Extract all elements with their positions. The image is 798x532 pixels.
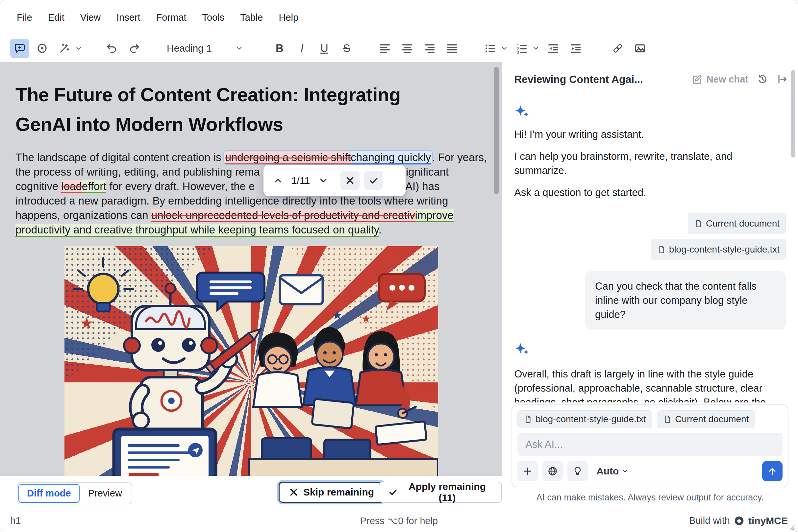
text-run: . For years, <box>432 151 487 164</box>
mode-select[interactable]: Auto <box>596 466 629 477</box>
lightbulb-icon <box>572 466 583 476</box>
ai-chat-bubble-icon <box>14 42 26 54</box>
document-title: The Future of Content Creation: Integrat… <box>16 80 487 139</box>
chat-messages: Hi! I’m your writing assistant. I can he… <box>502 96 798 402</box>
assistant-prompt: Ask a question to get started. <box>514 186 786 200</box>
apply-remaining-button[interactable]: Apply remaining (11) <box>378 482 502 503</box>
status-bar: h1 Press ⌥0 for help Build with tinyMCE <box>0 509 798 532</box>
document-title-line2: GenAI into Modern Workflows <box>16 110 487 139</box>
chevron-down-icon <box>621 468 629 475</box>
build-with-label: Build with <box>689 515 730 526</box>
numbered-list-button[interactable]: 1 2 3 <box>512 39 531 58</box>
chevron-down-icon <box>532 45 539 52</box>
italic-button[interactable]: I <box>293 39 312 58</box>
image-icon <box>634 42 646 54</box>
strikethrough-button[interactable]: S <box>337 39 356 58</box>
arrow-up-icon <box>767 466 778 476</box>
paragraph-line: cognitive loadeffort for every draft. Ho… <box>16 179 487 194</box>
bullet-list-caret[interactable] <box>500 39 509 58</box>
text-run: happens, organizations can <box>16 209 151 221</box>
ai-assistant-button[interactable] <box>10 39 29 58</box>
editor-content[interactable]: The Future of Content Creation: Integrat… <box>0 62 502 476</box>
inserted-text: changing quickly <box>351 151 431 165</box>
bullet-list-icon <box>484 42 496 54</box>
indent-icon <box>570 42 581 54</box>
menu-view[interactable]: View <box>72 8 109 27</box>
chat-history-button[interactable] <box>757 74 768 85</box>
resize-grip-icon[interactable] <box>788 523 795 530</box>
ai-shortcuts-caret[interactable] <box>74 39 83 58</box>
attachment-label: blog-content-style-guide.txt <box>536 414 646 424</box>
circle-dot-icon <box>36 42 48 54</box>
close-panel-button[interactable] <box>777 74 788 85</box>
attachment-chip[interactable]: blog-content-style-guide.txt <box>651 239 786 260</box>
undo-button[interactable] <box>102 39 122 58</box>
link-button[interactable] <box>608 39 627 58</box>
ai-shortcuts-split <box>55 39 83 58</box>
send-button[interactable] <box>762 461 782 481</box>
accept-change-button[interactable] <box>364 171 383 190</box>
outdent-button[interactable] <box>544 39 563 58</box>
diff-mode-button[interactable]: Diff mode <box>18 484 80 503</box>
preview-button[interactable]: Preview <box>80 484 131 503</box>
heading-select[interactable]: Heading 1 <box>163 39 247 58</box>
add-attachment-button[interactable] <box>517 461 538 481</box>
menu-format[interactable]: Format <box>148 8 194 27</box>
align-right-icon <box>424 42 435 54</box>
mode-label: Auto <box>596 466 619 477</box>
paragraph-line: introduced a new paradigm. By embedding … <box>16 194 487 208</box>
menu-table[interactable]: Table <box>232 8 271 27</box>
attachment-chip[interactable]: Current document <box>657 410 755 428</box>
menu-help[interactable]: Help <box>271 8 306 27</box>
text-run: for every draft. However, the e <box>106 180 255 192</box>
indent-button[interactable] <box>566 39 585 58</box>
menu-edit[interactable]: Edit <box>40 8 72 27</box>
inserted-text: productivity and creative throughput whi… <box>16 224 378 237</box>
align-center-button[interactable] <box>398 39 417 58</box>
align-right-button[interactable] <box>420 39 439 58</box>
previous-change-button[interactable] <box>271 173 285 188</box>
ai-shortcuts-button[interactable] <box>55 39 74 58</box>
justify-icon <box>446 42 458 54</box>
menu-insert[interactable]: Insert <box>109 8 148 27</box>
redo-button[interactable] <box>125 39 144 58</box>
menu-tools[interactable]: Tools <box>194 8 232 27</box>
document-icon <box>657 245 666 254</box>
svg-text:3: 3 <box>517 50 519 54</box>
underline-button[interactable]: U <box>315 39 334 58</box>
justify-button[interactable] <box>442 39 462 58</box>
current-diff-change[interactable]: undergoing a seismic shiftchanging quick… <box>224 151 432 164</box>
ai-dictation-button[interactable] <box>33 39 52 58</box>
assistant-capabilities: I can help you brainstorm, rewrite, tran… <box>514 149 786 177</box>
attachment-label: Current document <box>706 216 780 230</box>
ai-chat-panel: Reviewing Content Agai... New chat <box>502 62 798 509</box>
branding: Build with tinyMCE <box>689 515 788 527</box>
new-chat-button[interactable]: New chat <box>691 74 748 85</box>
image-button[interactable] <box>631 39 650 58</box>
editor-scrollbar[interactable] <box>494 67 499 194</box>
reject-change-button[interactable] <box>340 171 359 190</box>
close-icon <box>289 487 299 497</box>
history-icon <box>757 74 768 85</box>
align-left-button[interactable] <box>375 39 394 58</box>
bullet-list-button[interactable] <box>481 39 500 58</box>
apply-remaining-label: Apply remaining (11) <box>402 481 492 504</box>
text-run: . <box>378 224 382 236</box>
content-image[interactable]: ★ ★ ★ ★ ★ <box>64 246 438 476</box>
numbered-list-caret[interactable] <box>531 39 540 58</box>
attachment-chip[interactable]: Current document <box>688 213 786 234</box>
svg-text:★: ★ <box>332 308 343 322</box>
suggestions-button[interactable] <box>568 461 588 481</box>
chevron-up-icon <box>273 175 283 186</box>
next-change-button[interactable] <box>316 173 331 188</box>
chevron-down-icon <box>318 175 329 186</box>
skip-remaining-button[interactable]: Skip remaining <box>279 482 384 503</box>
chat-title: Reviewing Content Agai... <box>514 73 643 86</box>
chat-scrollbar[interactable] <box>791 70 795 157</box>
menu-file[interactable]: File <box>9 8 40 27</box>
web-search-button[interactable] <box>542 461 563 481</box>
attachment-chip[interactable]: blog-content-style-guide.txt <box>517 410 652 428</box>
ask-ai-input[interactable] <box>517 433 782 456</box>
chat-header-actions: New chat <box>691 74 788 85</box>
bold-button[interactable]: B <box>270 39 289 58</box>
